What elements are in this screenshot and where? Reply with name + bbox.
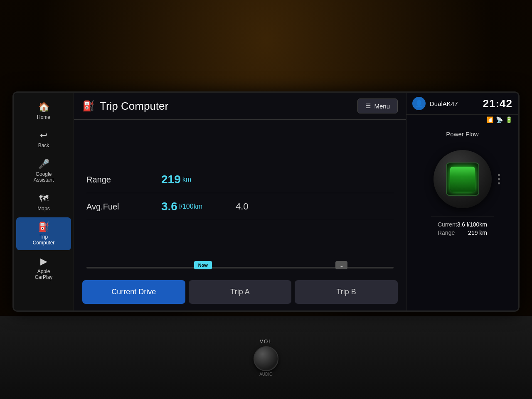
timeline-track[interactable]: Now ... xyxy=(86,267,394,268)
sidebar-label-apple-carplay: AppleCarPlay xyxy=(35,268,53,281)
stats-area: Range 219 km Avg.Fuel 3.6 l/100km 4.0 xyxy=(74,120,406,267)
avatar: 👤 xyxy=(412,97,426,110)
menu-label: Menu xyxy=(374,103,390,110)
battery-icon: 🔋 xyxy=(505,116,512,123)
range-stat-row: Range 219 km xyxy=(86,166,394,193)
car-visual xyxy=(425,142,500,217)
current-fuel-row: Current 3.6 l/100km xyxy=(438,221,487,228)
range-unit: km xyxy=(182,176,191,183)
sidebar-item-apple-carplay[interactable]: ▶ AppleCarPlay xyxy=(14,252,74,285)
volume-knob[interactable] xyxy=(254,346,278,371)
audio-label: AUDIO xyxy=(259,372,273,377)
sidebar-label-home: Home xyxy=(37,114,50,120)
wifi-icon: 📶 xyxy=(486,116,493,123)
main-content: ⛽ Trip Computer ☰ Menu Range 219 km Avg.… xyxy=(74,93,406,310)
dot-3 xyxy=(498,182,500,185)
sidebar-item-google-assistant[interactable]: 🎤 GoogleAssistant xyxy=(14,155,74,187)
fuel-secondary: 4.0 xyxy=(236,201,249,212)
sidebar-label-back: Back xyxy=(38,143,49,148)
fuel-unit: l/100km xyxy=(179,203,202,210)
signal-icon: 📡 xyxy=(496,116,503,123)
username: DualAK47 xyxy=(430,100,483,107)
sidebar-label-maps: Maps xyxy=(37,206,49,212)
tab-trip-b[interactable]: Trip B xyxy=(295,280,398,304)
volume-knob-area: VOL AUDIO xyxy=(254,339,278,377)
current-stats: Current 3.6 l/100km Range 219 km xyxy=(431,217,494,244)
sidebar-item-trip-computer[interactable]: ⛽ TripComputer xyxy=(16,217,71,250)
fuel-label: Avg.Fuel xyxy=(86,202,161,212)
fuel-value: 3.6 xyxy=(161,200,177,213)
sidebar-label-google-assistant: GoogleAssistant xyxy=(34,171,54,183)
header: ⛽ Trip Computer ☰ Menu xyxy=(74,93,406,120)
range-value-right: 219 km xyxy=(468,229,487,236)
menu-icon: ☰ xyxy=(365,102,371,110)
clock: 21:42 xyxy=(483,97,513,110)
current-label: Current xyxy=(438,221,457,228)
sidebar-item-maps[interactable]: 🗺 Maps xyxy=(14,189,74,216)
tab-area: Current Drive Trip A Trip B xyxy=(74,276,406,310)
maps-icon: 🗺 xyxy=(39,193,48,204)
back-icon: ↩ xyxy=(40,130,47,141)
status-bar: 👤 DualAK47 21:42 xyxy=(406,93,518,115)
sidebar-item-back[interactable]: ↩ Back xyxy=(14,126,74,153)
range-label: Range xyxy=(86,175,161,185)
header-icon: ⛽ xyxy=(82,100,95,112)
engine-glow xyxy=(450,167,475,192)
dot-2 xyxy=(498,178,500,180)
page-title: Trip Computer xyxy=(100,100,357,113)
tab-current-drive[interactable]: Current Drive xyxy=(82,280,185,304)
timeline-end-button[interactable]: ... xyxy=(335,261,347,269)
right-panel: 👤 DualAK47 21:42 📶 📡 🔋 Power Flow xyxy=(406,93,518,310)
home-icon: 🏠 xyxy=(38,102,49,113)
range-value: 219 xyxy=(161,173,181,186)
power-flow-area: Power Flow Current 3.6 l/10 xyxy=(406,126,518,310)
fuel-stat-row: Avg.Fuel 3.6 l/100km 4.0 xyxy=(86,193,394,220)
car-body xyxy=(433,150,492,208)
timeline-area: Now ... xyxy=(74,267,406,276)
current-range-row: Range 219 km xyxy=(438,229,487,236)
timeline-now-button[interactable]: Now xyxy=(194,261,212,269)
range-label-right: Range xyxy=(438,229,455,236)
infotainment-screen: 🏠 Home ↩ Back 🎤 GoogleAssistant 🗺 Maps ⛽… xyxy=(12,91,520,312)
vol-label: VOL xyxy=(260,339,272,345)
dot-1 xyxy=(498,174,500,176)
current-value: 3.6 l/100km xyxy=(457,221,487,228)
sidebar: 🏠 Home ↩ Back 🎤 GoogleAssistant 🗺 Maps ⛽… xyxy=(14,93,74,310)
tab-trip-a[interactable]: Trip A xyxy=(189,280,292,304)
google-assistant-icon: 🎤 xyxy=(38,159,49,170)
bottom-bar: VOL AUDIO xyxy=(0,316,532,399)
sidebar-item-home[interactable]: 🏠 Home xyxy=(14,98,74,124)
sidebar-label-trip-computer: TripComputer xyxy=(33,234,55,246)
apple-carplay-icon: ▶ xyxy=(40,256,47,267)
menu-button[interactable]: ☰ Menu xyxy=(357,99,398,113)
engine-visual xyxy=(446,163,479,196)
dots-indicator xyxy=(498,174,500,185)
status-icons-row: 📶 📡 🔋 xyxy=(406,115,518,126)
power-flow-title: Power Flow xyxy=(446,131,478,138)
trip-computer-icon: ⛽ xyxy=(38,222,49,232)
